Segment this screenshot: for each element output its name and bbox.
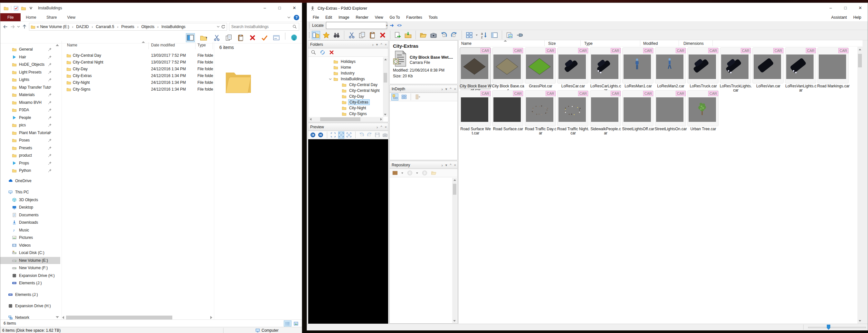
delete-button[interactable] [328,49,335,56]
rotate-left-button[interactable] [359,132,365,139]
camera-button[interactable] [429,31,438,39]
minimize-button[interactable]: – [257,3,272,12]
sidebar-item-poses[interactable]: Poses [0,137,60,144]
rotate-right-button[interactable] [450,31,458,39]
browser-column-header[interactable]: NameSizeTypeModifiedDimensions [459,40,863,47]
sidebar-item-desktop[interactable]: Desktop [0,204,60,211]
nav-scroll-down-icon[interactable] [56,316,59,318]
tree-item-home[interactable]: Home [329,64,352,70]
breadcrumb-segment[interactable]: Objects [142,25,155,29]
shade-icon[interactable]: ^ [450,87,451,91]
indepth-panel-header[interactable]: InDepth›▾^× [390,85,457,93]
file-row-city-signs[interactable]: City-Signs24/12/2016 1:34 PMFile folder [62,86,213,92]
tree-item-city-day[interactable]: City-Day [342,93,365,99]
find-binoculars-button[interactable] [332,31,341,39]
sidebar-item-presets[interactable]: Presets [0,144,60,151]
thumbnail-grassplot-car[interactable]: CARGrassPlot.car [524,47,557,90]
collapse-arrow-icon[interactable]: ▾ [376,43,378,47]
close-icon[interactable]: × [454,163,456,167]
sidebar-item-lights[interactable]: Lights [0,76,60,83]
sidebar-item-materials[interactable]: Materials [0,91,60,98]
close-icon[interactable]: × [385,43,387,47]
up-icon[interactable] [22,24,27,29]
cut-button[interactable] [347,31,356,39]
scroll-left-icon[interactable] [62,316,64,319]
thumbnail-road-traffic-day-car[interactable]: CARRoad Traffic Day.car [524,90,557,133]
go-arrow-icon[interactable] [390,23,395,28]
menu-go-to[interactable]: Go To [386,15,403,20]
folders-toggle-button[interactable] [312,31,320,39]
favorites-star-button[interactable] [322,31,331,39]
sidebar-item-downloads[interactable]: Downloads [0,219,60,226]
sidebar-item-new-volume-e-[interactable]: New Volume (E:) [0,257,60,264]
column-divider[interactable] [195,42,195,49]
menu-image[interactable]: Image [335,15,352,20]
details-view-button[interactable] [284,321,291,327]
thumb-pairs-button[interactable] [400,93,407,101]
forward-icon[interactable] [10,24,15,29]
sidebar-item-3d-objects[interactable]: 3D Objects [0,196,60,203]
browser-column-name[interactable]: Name [461,41,471,46]
menu-assistant[interactable]: Assistant [828,15,850,20]
tree-item-city-central-day[interactable]: City-Central Day [342,82,378,88]
column-header-name[interactable]: Name [67,43,77,47]
p3do-maximize-button[interactable]: □ [838,3,853,12]
thumbnail-lorescar-car[interactable]: CARLoResCar.car [557,47,589,90]
file-row-city-central-day[interactable]: City-Central Day13/03/2017 7:52 PMFile f… [62,52,213,59]
prev-image-button[interactable] [310,132,316,139]
layout-panel-button[interactable] [490,31,499,39]
column-divider[interactable] [213,42,213,49]
menu-edit[interactable]: Edit [322,15,335,20]
sidebar-item-p3da[interactable]: P3DA [0,106,60,113]
code-brackets-icon[interactable]: <> [397,23,402,28]
maximize-button[interactable]: □ [272,3,287,12]
magnifier-button[interactable] [310,49,317,56]
breadcrumb-separator-icon[interactable]: › [116,25,120,29]
toolbar-grip[interactable] [309,32,310,38]
tree-refresh-button[interactable] [319,49,326,56]
shade-icon[interactable]: ^ [380,43,382,47]
menu-tools[interactable]: Tools [426,15,441,20]
fit-image-button[interactable] [338,132,344,139]
thumb-grid-button[interactable] [465,31,473,39]
collapse-arrow-icon[interactable]: ▾ [445,163,447,167]
sidebar-item-expansion-drive-h-[interactable]: Expansion Drive (H:) [0,272,60,279]
sidebar-item-map-transfer-tuto[interactable]: Map Transfer Tuto [0,84,60,91]
locate-input[interactable] [326,23,386,28]
collapse-arrow-icon[interactable]: ▾ [445,87,447,91]
sidebar-item-product[interactable]: product [0,152,60,159]
repository-vscrollbar[interactable] [452,178,457,323]
thumbnail-streetlightson-car[interactable]: CARStreetLightsOn.car [654,90,687,133]
help-icon[interactable]: ? [294,15,299,20]
tree-item-holidays[interactable]: Holidays [329,59,356,64]
thumbnail-road-surface-car[interactable]: CARRoad Surface.car [492,90,524,133]
chevron-down-icon[interactable] [17,26,20,28]
dropdown-arrow-icon[interactable] [475,34,478,36]
exit-door-button[interactable] [414,93,421,101]
thumbnail-lorestrucklights-car[interactable]: CARLoResTruckLights.car [719,47,752,90]
toolbar-grip[interactable] [309,23,310,28]
sidebar-item-elements-j-[interactable]: WDElements (J:) [0,291,60,298]
thumbnail-sidewalkpeople-car[interactable]: CARSidewalkPeople.car [589,90,622,133]
search-input[interactable] [231,25,292,29]
thumb-size-slider[interactable] [827,325,830,330]
file-list-hscrollbar[interactable] [62,315,213,320]
column-divider[interactable] [580,40,581,46]
breadcrumb-separator-icon[interactable]: › [70,25,75,29]
check-qat-icon[interactable] [13,6,19,11]
tree-hscrollbar[interactable] [309,117,383,121]
column-divider[interactable] [679,40,679,46]
tab-home[interactable]: Home [21,13,41,21]
column-header-type[interactable]: Type [197,43,206,47]
sidebar-item-expansion-drive-h-[interactable]: Expansion Drive (H:) [0,302,60,309]
sort-ascending-icon[interactable] [142,41,145,43]
breadcrumb-segment[interactable]: Carrara8.5 [96,25,114,29]
icons-view-button[interactable] [292,321,300,327]
column-header-date-modified[interactable]: Date modified [151,43,175,47]
tree-item-city-central-night[interactable]: City-Central Night [342,88,381,93]
panel-menu-icon[interactable]: › [376,125,378,130]
dropdown-arrow-button[interactable] [400,170,404,177]
p3do-minimize-button[interactable]: – [823,3,838,12]
breadcrumb-segment[interactable]: InstaBuildings [161,25,186,29]
sidebar-item-new-volume-f-[interactable]: New Volume (F:) [0,264,60,272]
